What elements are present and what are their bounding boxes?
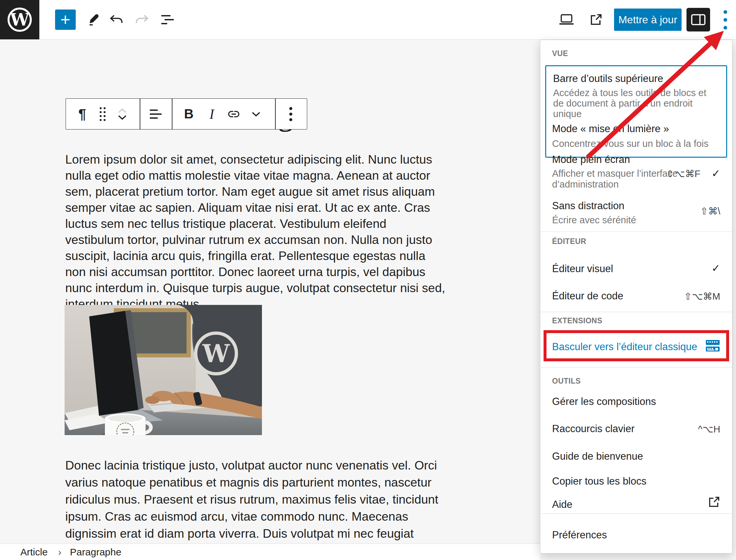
- view-post-button[interactable]: [584, 0, 608, 39]
- menu-item-description: Concentrez-vous sur un bloc à la fois: [552, 138, 708, 149]
- options-dot: [724, 10, 727, 14]
- menu-divider: [540, 231, 732, 232]
- undo-icon: [109, 14, 123, 25]
- image-block[interactable]: W: [65, 305, 262, 435]
- svg-text:W: W: [10, 10, 30, 30]
- keyboard-shortcut: ^⌥H: [698, 424, 720, 435]
- menu-section-view: VUE: [552, 49, 568, 58]
- shortcut-and-check: ⇧⌥⌘F ✓: [666, 167, 720, 180]
- chevron-down-icon: [118, 114, 127, 120]
- tools-button[interactable]: [82, 0, 105, 39]
- menu-item-fullscreen-mode[interactable]: Mode plein écran: [552, 154, 720, 166]
- breadcrumb-paragraph: Paragraphe: [70, 547, 121, 558]
- menu-item-keyboard-shortcuts[interactable]: Raccourcis clavier: [552, 423, 720, 435]
- menu-item-welcome-guide[interactable]: Guide de bienvenue: [552, 450, 720, 462]
- toolbar-divider: [172, 99, 172, 129]
- wordpress-logo-icon: W: [4, 4, 35, 35]
- block-mover[interactable]: [114, 99, 131, 129]
- check-icon: ✓: [711, 168, 720, 179]
- paragraph-block-1[interactable]: Lorem ipsum dolor sit amet, consectetur …: [65, 151, 446, 312]
- settings-sidebar-toggle[interactable]: [686, 8, 710, 31]
- block-options-button[interactable]: [282, 99, 299, 129]
- menu-item-label: Barre d’outils supérieure: [553, 73, 663, 85]
- block-toolbar: ¶ B I: [66, 98, 307, 130]
- menu-item-description: Écrire avec sérénité: [552, 215, 636, 226]
- align-left-icon: [149, 109, 162, 120]
- options-dropdown-menu: VUE Barre d’outils supérieure Accédez à …: [540, 40, 732, 553]
- keyboard-shortcut: ⇧⌥⌘F: [666, 169, 700, 179]
- breadcrumb-separator: ›: [58, 547, 61, 558]
- chevron-down-icon: [251, 111, 261, 117]
- preview-button[interactable]: [555, 0, 578, 39]
- menu-item-visual-editor[interactable]: Éditeur visuel: [552, 263, 720, 275]
- italic-button[interactable]: I: [203, 99, 220, 129]
- breadcrumb-article[interactable]: Article: [18, 546, 50, 558]
- link-button[interactable]: [225, 99, 242, 129]
- options-dot: [724, 18, 727, 22]
- menu-item-help[interactable]: Aide: [552, 499, 720, 510]
- options-dot: [724, 26, 727, 30]
- photo-person-typing-wordpress-shirt: W: [65, 305, 262, 435]
- keyboard-shortcut: ⇧⌥⌘M: [684, 291, 720, 302]
- document-breadcrumb-bar: Article › Paragraphe: [0, 544, 540, 560]
- menu-item-description: Accédez à tous les outils de blocs et de…: [553, 88, 719, 119]
- external-link-icon: [708, 496, 720, 510]
- align-button[interactable]: [147, 99, 164, 129]
- keyboard-shortcut: ⇧⌘\: [700, 206, 720, 217]
- menu-item-description: Afficher et masquer l’interface d’admini…: [552, 168, 680, 190]
- menu-divider: [540, 367, 732, 368]
- link-icon: [227, 107, 240, 121]
- classic-editor-keyboard-icon: [705, 339, 720, 355]
- pencil-icon: [87, 13, 100, 26]
- menu-item-copy-all-blocks[interactable]: Copier tous les blocs: [552, 475, 720, 487]
- menu-item-preferences[interactable]: Préférences: [552, 529, 720, 541]
- menu-divider: [540, 513, 732, 514]
- menu-item-manage-patterns[interactable]: Gérer les compositions: [552, 396, 720, 408]
- wordpress-logo[interactable]: W: [0, 0, 39, 39]
- update-button[interactable]: Mettre à jour: [614, 9, 682, 31]
- block-inserter-button[interactable]: +: [55, 10, 76, 30]
- menu-item-distraction-free[interactable]: Sans distraction: [552, 200, 720, 212]
- editor-top-bar: W +: [0, 0, 736, 40]
- check-icon: ✓: [711, 262, 720, 274]
- laptop-icon: [559, 14, 574, 26]
- list-view-button[interactable]: [155, 0, 179, 39]
- mover-icons: [118, 108, 127, 120]
- list-view-icon: [161, 14, 174, 26]
- bold-button[interactable]: B: [180, 99, 197, 129]
- more-formats-button[interactable]: [248, 99, 265, 129]
- menu-section-editor: ÉDITEUR: [552, 237, 586, 246]
- toolbar-divider: [275, 99, 276, 129]
- svg-text:W: W: [202, 339, 230, 368]
- sidebar-panel-icon: [691, 14, 706, 25]
- redo-icon: [135, 14, 149, 25]
- toolbar-divider: [140, 99, 140, 129]
- drag-handle[interactable]: [94, 99, 111, 129]
- menu-section-tools: OUTILS: [552, 377, 581, 386]
- undo-button[interactable]: [105, 0, 128, 39]
- paragraph-block-button[interactable]: ¶: [74, 99, 91, 129]
- external-link-icon: [589, 13, 603, 26]
- options-menu-button[interactable]: [717, 4, 734, 35]
- menu-section-extensions: EXTENSIONS: [552, 316, 602, 325]
- menu-item-switch-classic-editor[interactable]: Basculer vers l’éditeur classique: [552, 341, 720, 353]
- menu-divider: [540, 312, 732, 312]
- redo-button[interactable]: [130, 0, 154, 39]
- ellipsis-vertical-icon: [289, 107, 292, 122]
- chevron-up-icon: [118, 108, 127, 114]
- menu-item-spotlight-mode[interactable]: Mode « mise en lumière »: [552, 123, 720, 135]
- drag-dots-icon: [100, 107, 106, 121]
